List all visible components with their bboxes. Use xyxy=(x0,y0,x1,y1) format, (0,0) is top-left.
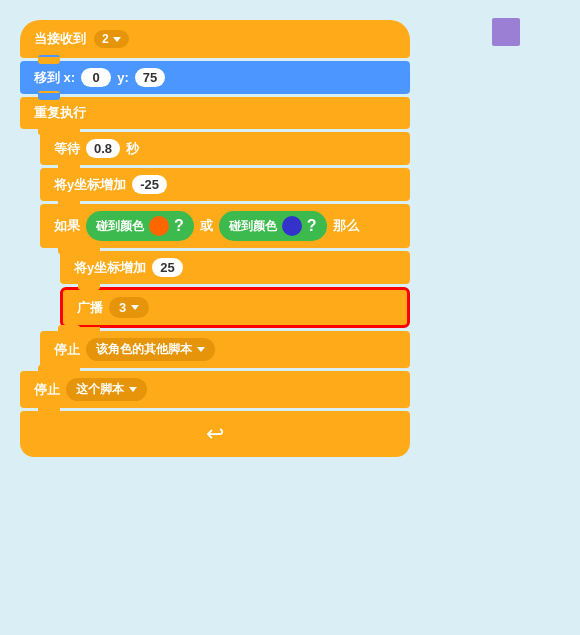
move-block[interactable]: 移到 x: 0 y: 75 xyxy=(20,61,410,94)
stop2-dropdown-arrow-icon xyxy=(129,387,137,392)
hat-block-dropdown[interactable]: 2 xyxy=(94,30,129,48)
stop2-block[interactable]: 停止 这个脚本 xyxy=(20,371,410,408)
wait-bottom-connector xyxy=(58,164,80,171)
if-bottom-connector xyxy=(58,247,80,254)
wait-block[interactable]: 等待 0.8 秒 xyxy=(40,132,410,165)
condition2-block[interactable]: 碰到颜色 ? xyxy=(219,211,327,241)
repeat-bottom-connector xyxy=(38,128,60,135)
hat-block-label: 当接收到 xyxy=(34,30,86,48)
repeat-block[interactable]: 重复执行 xyxy=(20,97,410,129)
return-block: ↩ xyxy=(20,411,410,457)
change-y2-label: 将y坐标增加 xyxy=(74,259,146,277)
change-y2-value[interactable]: 25 xyxy=(152,258,182,277)
cy2-bottom-connector xyxy=(78,283,100,290)
condition2-label: 碰到颜色 xyxy=(229,218,277,235)
hat-block[interactable]: 当接收到 2 xyxy=(20,20,410,58)
bottom-connector xyxy=(38,93,60,100)
stop1-bottom-connector xyxy=(58,367,80,374)
broadcast-dropdown-arrow-icon xyxy=(131,305,139,310)
then-label: 那么 xyxy=(333,217,359,235)
stop2-bottom-connector xyxy=(38,407,60,414)
move-value-y[interactable]: 75 xyxy=(135,68,165,87)
repeat-label: 重复执行 xyxy=(34,104,86,122)
return-arrow-icon: ↩ xyxy=(206,421,224,447)
stop1-dropdown[interactable]: 该角色的其他脚本 xyxy=(86,338,215,361)
change-y1-label: 将y坐标增加 xyxy=(54,176,126,194)
stop2-dropdown[interactable]: 这个脚本 xyxy=(66,378,147,401)
stop2-label: 停止 xyxy=(34,381,60,399)
stop1-top-connector xyxy=(58,325,80,332)
wait-value[interactable]: 0.8 xyxy=(86,139,120,158)
change-y1-block[interactable]: 将y坐标增加 -25 xyxy=(40,168,410,201)
broadcast-label: 广播 xyxy=(77,299,103,317)
move-label-y: y: xyxy=(117,70,129,85)
condition2-color-swatch[interactable] xyxy=(282,216,302,236)
if-label: 如果 xyxy=(54,217,80,235)
stop1-label: 停止 xyxy=(54,341,80,359)
condition1-block[interactable]: 碰到颜色 ? xyxy=(86,211,194,241)
or-label: 或 xyxy=(200,217,213,235)
condition1-color-swatch[interactable] xyxy=(149,216,169,236)
broadcast-bottom-connector xyxy=(78,327,100,334)
wait-top-connector xyxy=(58,126,80,133)
if-block[interactable]: 如果 碰到颜色 ? 或 碰到颜色 ? 那么 xyxy=(40,204,410,248)
cy1-bottom-connector xyxy=(58,200,80,207)
condition1-label: 碰到颜色 xyxy=(96,218,144,235)
broadcast-value: 3 xyxy=(119,300,126,315)
broadcast-block[interactable]: 广播 3 xyxy=(60,287,410,328)
cy2-top-connector xyxy=(78,245,100,252)
stop1-value: 该角色的其他脚本 xyxy=(96,341,192,358)
scratch-canvas: 当接收到 2 移到 x: 0 y: 75 重复执行 等待 0.8 xyxy=(0,0,580,635)
hat-dropdown-arrow-icon xyxy=(113,37,121,42)
stop2-top-connector xyxy=(38,365,60,372)
move-label-x: 移到 x: xyxy=(34,69,75,87)
change-y1-value[interactable]: -25 xyxy=(132,175,167,194)
stop1-dropdown-arrow-icon xyxy=(197,347,205,352)
stop1-block[interactable]: 停止 该角色的其他脚本 xyxy=(40,331,410,368)
change-y2-block[interactable]: 将y坐标增加 25 xyxy=(60,251,410,284)
move-value-x[interactable]: 0 xyxy=(81,68,111,87)
blocks-stack: 当接收到 2 移到 x: 0 y: 75 重复执行 等待 0.8 xyxy=(20,20,410,457)
purple-square-decoration xyxy=(492,18,520,46)
condition1-question: ? xyxy=(174,217,184,235)
wait-label-prefix: 等待 xyxy=(54,140,80,158)
condition2-question: ? xyxy=(307,217,317,235)
broadcast-dropdown[interactable]: 3 xyxy=(109,297,149,318)
wait-label-suffix: 秒 xyxy=(126,140,139,158)
stop2-value: 这个脚本 xyxy=(76,381,124,398)
